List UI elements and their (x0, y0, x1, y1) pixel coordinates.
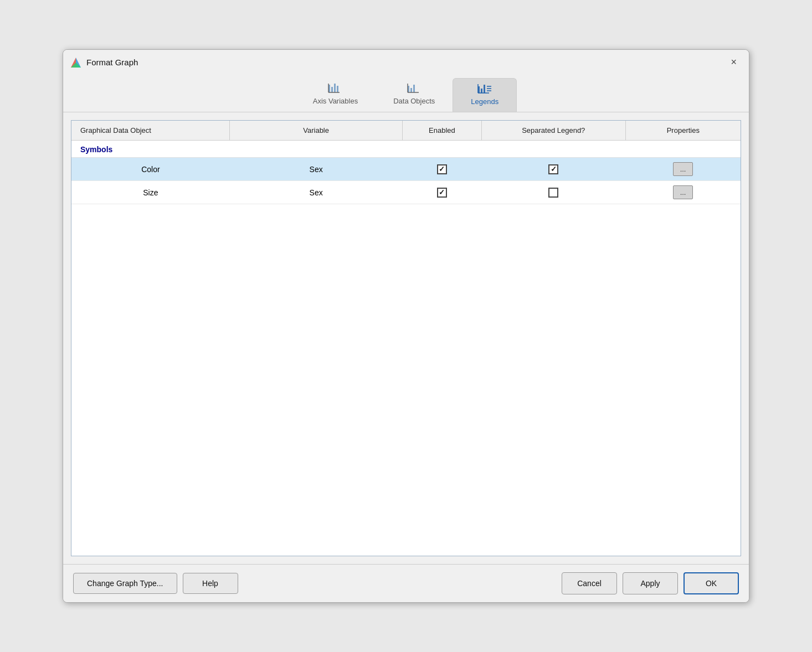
properties-cell-color: ... (625, 158, 741, 181)
tab-axis-variables-label: Axis Variables (313, 97, 358, 105)
title-bar: Format Graph × (63, 50, 749, 74)
svg-rect-12 (413, 85, 415, 92)
data-objects-icon (407, 82, 422, 95)
properties-button-color[interactable]: ... (673, 162, 693, 176)
axis-variables-icon (327, 82, 343, 95)
col-graphical-data-object: Graphical Data Object (71, 121, 230, 141)
footer-left: Change Graph Type... Help (73, 573, 238, 594)
content-area: Graphical Data Object Variable Enabled S… (63, 112, 749, 564)
dialog-title: Format Graph (86, 58, 138, 67)
legends-icon (477, 83, 492, 95)
table-row[interactable]: Size Sex (71, 181, 741, 204)
svg-rect-11 (410, 88, 412, 92)
separated-cell-color (481, 158, 625, 181)
object-color: Color (71, 158, 230, 181)
svg-rect-7 (337, 86, 338, 92)
title-bar-left: Format Graph (70, 56, 138, 69)
enabled-checkbox-color[interactable] (437, 164, 447, 174)
enabled-checkbox-size[interactable] (437, 188, 447, 198)
object-size: Size (71, 181, 230, 204)
variable-sex-size: Sex (230, 181, 403, 204)
tabs-bar: Axis Variables Data Objects (63, 74, 749, 112)
separated-cell-size (481, 181, 625, 204)
format-graph-dialog: Format Graph × Axis Variables (63, 49, 749, 603)
tab-legends-label: Legends (471, 97, 498, 106)
footer-right: Cancel Apply OK (562, 572, 739, 594)
group-symbols: Symbols (71, 141, 741, 158)
enabled-cell-color (402, 158, 481, 181)
apply-button[interactable]: Apply (623, 572, 678, 594)
tab-data-objects[interactable]: Data Objects (376, 78, 453, 112)
svg-rect-17 (484, 85, 485, 93)
change-graph-type-button[interactable]: Change Graph Type... (73, 573, 177, 594)
col-enabled: Enabled (402, 121, 481, 141)
properties-button-size[interactable]: ... (673, 185, 693, 199)
table-body: Symbols Color Sex (71, 141, 741, 204)
col-properties: Properties (625, 121, 741, 141)
footer: Change Graph Type... Help Cancel Apply O… (63, 564, 749, 602)
variable-sex-color: Sex (230, 158, 403, 181)
table-row[interactable]: Color Sex (71, 158, 741, 181)
enabled-cell-size (402, 181, 481, 204)
tab-axis-variables[interactable]: Axis Variables (295, 78, 376, 112)
svg-rect-16 (481, 89, 482, 93)
col-variable: Variable (230, 121, 403, 141)
ok-button[interactable]: OK (683, 572, 739, 594)
svg-rect-5 (331, 87, 333, 92)
tab-legends[interactable]: Legends (453, 78, 517, 112)
separated-checkbox-size[interactable] (548, 188, 558, 198)
app-icon (70, 56, 82, 69)
table-header: Graphical Data Object Variable Enabled S… (71, 121, 741, 141)
svg-rect-6 (334, 84, 336, 92)
cancel-button[interactable]: Cancel (562, 572, 617, 594)
close-button[interactable]: × (727, 55, 740, 69)
col-separated-legend: Separated Legend? (481, 121, 625, 141)
legend-table: Graphical Data Object Variable Enabled S… (71, 121, 741, 204)
group-symbols-label: Symbols (71, 141, 741, 158)
separated-checkbox-color[interactable] (548, 164, 558, 174)
tab-data-objects-label: Data Objects (393, 97, 435, 105)
table-container: Graphical Data Object Variable Enabled S… (71, 120, 741, 556)
help-button[interactable]: Help (183, 573, 238, 594)
properties-cell-size: ... (625, 181, 741, 204)
